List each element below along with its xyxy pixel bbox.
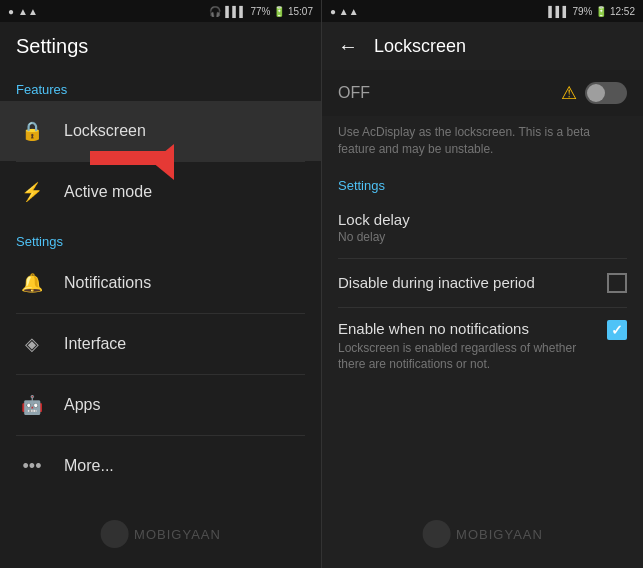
left-panel: ● ▲▲ 🎧 ▌▌▌ 77% 🔋 15:07 Settings Features…: [0, 0, 321, 568]
status-bar-right: ● ▲▲ ▌▌▌ 79% 🔋 12:52: [322, 0, 643, 22]
watermark-text-left: MOBIGYAAN: [134, 527, 221, 542]
right-network-icon: ●: [330, 6, 336, 17]
signal-icon: ▌▌▌: [225, 6, 246, 17]
notifications-icon: 🔔: [16, 267, 48, 299]
warning-icon: ⚠: [561, 82, 577, 104]
lockscreen-settings-header: Settings: [322, 170, 643, 197]
menu-item-interface[interactable]: ◈ Interface: [0, 314, 321, 374]
menu-item-notifications[interactable]: 🔔 Notifications: [0, 253, 321, 313]
lock-delay-sub: No delay: [338, 230, 627, 244]
status-bar-left: ● ▲▲ 🎧 ▌▌▌ 77% 🔋 15:07: [0, 0, 321, 22]
watermark-right: MOBIGYAAN: [422, 520, 543, 548]
lockscreen-toggle-row: OFF ⚠: [322, 70, 643, 116]
status-left-icons: ● ▲▲: [8, 6, 38, 17]
lock-delay-row[interactable]: Lock delay No delay: [322, 197, 643, 258]
right-panel: ● ▲▲ ▌▌▌ 79% 🔋 12:52 ← Lockscreen OFF ⚠ …: [321, 0, 643, 568]
right-wifi-icon: ▲▲: [339, 6, 359, 17]
lock-delay-title: Lock delay: [338, 211, 627, 228]
notifications-label: Notifications: [64, 274, 151, 292]
top-bar-left: Settings: [0, 22, 321, 70]
menu-item-more[interactable]: ••• More...: [0, 436, 321, 496]
menu-item-apps[interactable]: 🤖 Apps: [0, 375, 321, 435]
lockscreen-icon: 🔒: [16, 115, 48, 147]
active-mode-label: Active mode: [64, 183, 152, 201]
status-right-left-icons: ● ▲▲: [330, 6, 359, 17]
headphone-icon: 🎧: [209, 6, 221, 17]
enable-no-notif-title: Enable when no notifications: [338, 320, 595, 337]
watermark-text-right: MOBIGYAAN: [456, 527, 543, 542]
settings-section-header: Settings: [0, 222, 321, 253]
right-battery: 79% 🔋 12:52: [572, 6, 635, 17]
more-icon: •••: [16, 450, 48, 482]
lockscreen-description: Use AcDisplay as the lockscreen. This is…: [322, 116, 643, 170]
enable-no-notif-text: Enable when no notifications Lockscreen …: [338, 320, 595, 374]
features-header: Features: [0, 70, 321, 101]
lockscreen-toggle-switch[interactable]: [585, 82, 627, 104]
status-right-info: 🎧 ▌▌▌ 77% 🔋 15:07: [209, 6, 313, 17]
watermark-icon-right: [422, 520, 450, 548]
toggle-knob: [587, 84, 605, 102]
more-label: More...: [64, 457, 114, 475]
network-icon: ●: [8, 6, 14, 17]
enable-no-notif-sub: Lockscreen is enabled regardless of whet…: [338, 340, 595, 374]
wifi-icon: ▲▲: [18, 6, 38, 17]
enable-no-notif-row[interactable]: Enable when no notifications Lockscreen …: [322, 308, 643, 386]
top-bar-right: ← Lockscreen: [322, 22, 643, 70]
toggle-label: OFF: [338, 84, 370, 102]
status-right-right-info: ▌▌▌ 79% 🔋 12:52: [548, 6, 635, 17]
watermark-left: MOBIGYAAN: [100, 520, 221, 548]
right-signal-icon: ▌▌▌: [548, 6, 569, 17]
apps-label: Apps: [64, 396, 100, 414]
disable-inactive-row[interactable]: Disable during inactive period: [322, 259, 643, 307]
active-mode-icon: ⚡: [16, 176, 48, 208]
interface-label: Interface: [64, 335, 126, 353]
interface-icon: ◈: [16, 328, 48, 360]
disable-inactive-checkbox[interactable]: [607, 273, 627, 293]
battery-percent: 77% 🔋 15:07: [250, 6, 313, 17]
lockscreen-page-title: Lockscreen: [374, 36, 466, 57]
disable-inactive-title: Disable during inactive period: [338, 274, 535, 291]
apps-icon: 🤖: [16, 389, 48, 421]
lockscreen-label: Lockscreen: [64, 122, 146, 140]
back-button[interactable]: ←: [338, 35, 358, 58]
watermark-icon-left: [100, 520, 128, 548]
settings-title: Settings: [16, 35, 88, 58]
enable-no-notif-checkbox[interactable]: [607, 320, 627, 340]
toggle-right-group: ⚠: [561, 82, 627, 104]
